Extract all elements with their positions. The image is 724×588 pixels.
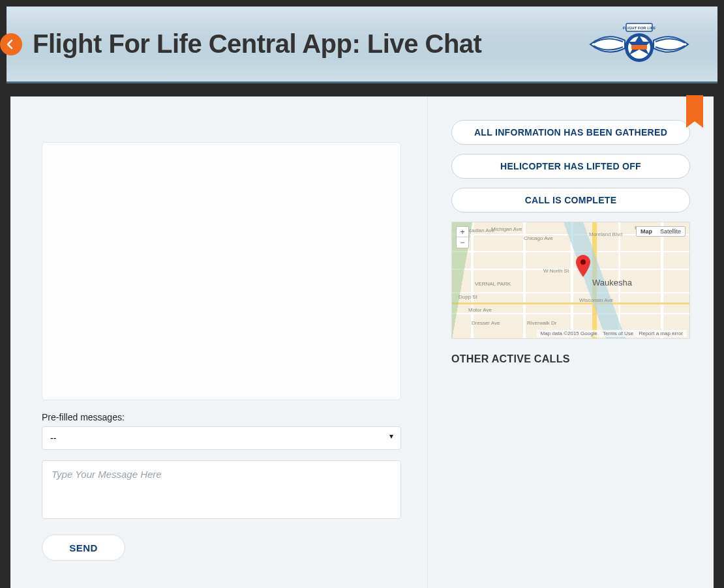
map-zoom-out-button[interactable]: − — [457, 237, 468, 248]
map-type-map-button[interactable]: Map — [637, 227, 656, 236]
send-button[interactable]: SEND — [42, 535, 125, 561]
message-input[interactable] — [42, 460, 401, 519]
map-street-label: Wisconsin Ave — [579, 297, 613, 303]
app-header: Flight For Life Central App: Live Chat F… — [7, 7, 717, 83]
map-street-label: Motor Ave — [468, 307, 492, 313]
svg-text:FLIGHT FOR LIFE: FLIGHT FOR LIFE — [623, 26, 656, 30]
map-attribution: Map data ©2015 Google Terms of Use Repor… — [537, 330, 687, 337]
app-logo: FLIGHT FOR LIFE — [587, 18, 691, 70]
other-calls-heading: OTHER ACTIVE CALLS — [451, 353, 690, 365]
map-type-satellite-button[interactable]: Satellite — [656, 227, 685, 236]
map-copyright: Map data ©2015 Google — [541, 331, 597, 336]
map-terms-link[interactable]: Terms of Use — [603, 331, 633, 336]
map-street-label: Riverwalk Dr — [527, 320, 556, 326]
map-pin-icon — [576, 255, 590, 277]
map-zoom-control: + − — [456, 226, 469, 248]
map-report-link[interactable]: Report a map error — [639, 331, 683, 336]
svg-rect-2 — [631, 45, 647, 50]
map-street-label: W North St — [543, 268, 569, 274]
map-zoom-in-button[interactable]: + — [457, 227, 468, 237]
map-street-label: Moreland Blvd — [589, 231, 622, 237]
sidebar: ALL INFORMATION HAS BEEN GATHERED HELICO… — [428, 96, 714, 588]
svg-point-5 — [581, 259, 586, 265]
chat-history — [42, 142, 401, 400]
map-street-label: Chicago Ave — [524, 235, 553, 241]
back-button[interactable] — [0, 33, 22, 55]
prefilled-label: Pre-filled messages: — [42, 412, 401, 422]
map-city-label: Waukesha — [592, 278, 632, 287]
chat-panel: Pre-filled messages: -- SEND — [10, 96, 428, 588]
prefilled-select[interactable]: -- — [42, 426, 401, 450]
map-street-label: Michigan Ave — [491, 226, 522, 232]
page-title: Flight For Life Central App: Live Chat — [33, 29, 481, 59]
status-call-complete-button[interactable]: CALL IS COMPLETE — [451, 188, 690, 213]
location-map[interactable]: Michigan AveChicago AveW North StVERNAL … — [451, 222, 690, 339]
bookmark-icon — [686, 95, 703, 121]
status-lifted-off-button[interactable]: HELICOPTER HAS LIFTED OFF — [451, 154, 690, 179]
map-type-control: Map Satellite — [636, 226, 686, 237]
status-info-gathered-button[interactable]: ALL INFORMATION HAS BEEN GATHERED — [451, 120, 690, 145]
map-street-label: VERNAL PARK — [475, 281, 511, 287]
map-street-label: Dopp St — [459, 294, 477, 300]
map-street-label: Dresser Ave — [472, 320, 500, 326]
